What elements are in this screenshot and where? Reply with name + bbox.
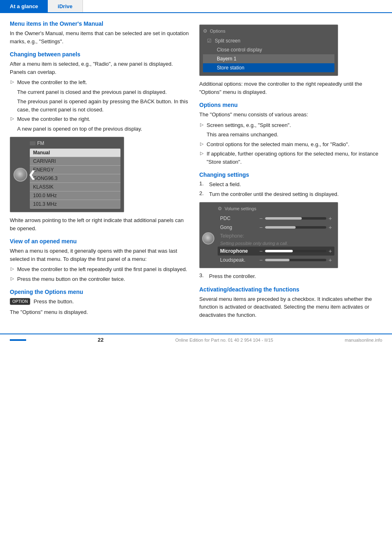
split-screen-checkbox-icon: ☑: [207, 38, 212, 44]
bullet-press-menu-button: ▷ Press the menu button on the controlle…: [11, 275, 189, 283]
step-2: 2. Turn the controller until the desired…: [199, 190, 379, 198]
heading-options-menu: Options menu: [199, 102, 379, 108]
body-options-menu-intro: The "Options" menu consists of various a…: [199, 111, 379, 119]
fm-item-energy: ENERGY: [30, 166, 120, 174]
heading-changing-panels: Changing between panels: [10, 51, 189, 58]
step-3-num: 3.: [199, 272, 206, 280]
footer-copyright-text: Online Edition for Part no. 01 40 2 954 …: [175, 338, 273, 342]
vol-bar-pdc: [265, 217, 326, 220]
volume-row-pdc: PDC − +: [218, 214, 334, 223]
body-activating: Several menu items are preceded by a che…: [199, 295, 379, 319]
fm-item-101mhz: 101.3 MHz: [30, 200, 120, 209]
section-changing-panels: Changing between panels After a menu ite…: [10, 51, 189, 133]
options-item-store-station: Store station: [203, 63, 334, 72]
vol-minus-loudspeaker: −: [259, 257, 263, 263]
options-gear-icon: ⚙: [203, 28, 207, 34]
volume-nav-controller: [202, 232, 214, 245]
vol-minus-pdc: −: [259, 215, 263, 222]
bullet-move-left: ▷ Move the controller to the left.: [11, 78, 189, 87]
white-arrow-icon: ❮: [28, 169, 36, 180]
step-3-text: Press the controller.: [209, 272, 256, 280]
bullet-screen-settings: ▷ Screen settings, e.g., "Split screen".: [200, 121, 379, 129]
bullet-arrow-4: ▷: [11, 276, 14, 283]
fm-panel-header: FM: [30, 140, 120, 146]
heading-activating: Activating/deactivating the functions: [199, 286, 379, 293]
option-button-image: OPTION: [10, 298, 30, 305]
bullet-move-left-repeatedly: ▷ Move the controller to the left repeat…: [11, 265, 189, 274]
footer-line-indicator: [10, 339, 26, 341]
vol-bar-fill-loudspeaker: [265, 259, 290, 261]
sub-current-panel-closed: The current panel is closed and the prev…: [17, 88, 189, 96]
bullet-arrow-5: ▷: [200, 122, 203, 129]
volume-panel-image: ⚙ Volume settings PDC − + Gong −: [199, 202, 379, 268]
volume-label-pdc: PDC: [220, 216, 257, 221]
vol-bar-gong: [265, 226, 326, 229]
right-column: ⚙ Options ☑ Split screen Close control d…: [199, 20, 379, 321]
volume-label-telephone: Telephone:: [220, 233, 257, 239]
bullet-text-move-right: Move the controller to the right.: [17, 115, 90, 123]
main-content: Menu items in the Owner's Manual In the …: [0, 13, 392, 325]
step-2-text: Turn the controller until the desired se…: [209, 190, 339, 198]
fm-item-klassik: KLASSIK: [30, 183, 120, 191]
section-changing-settings: Changing settings 1. Select a field. 2. …: [199, 171, 379, 198]
vol-bar-loudspeaker: [265, 259, 326, 261]
section-activating: Activating/deactivating the functions Se…: [199, 286, 379, 319]
volume-row-loudspeaker: Loudspeak. − +: [218, 256, 334, 265]
sub-area-unchanged: This area remains unchanged.: [207, 131, 379, 139]
fm-panel: FM Manual CARIVARI ENERGY GONG96.3: [10, 137, 124, 212]
option-button-row: OPTION Press the button.: [10, 298, 189, 306]
volume-label-microphone: Microphone: [220, 248, 257, 254]
fm-icon: [30, 141, 36, 145]
fm-list: Manual CARIVARI ENERGY GONG96.3 KLASSIK: [30, 149, 120, 209]
panel-note: White arrows pointing to the left or rig…: [10, 216, 189, 232]
fm-item-manual: Manual: [30, 149, 120, 157]
volume-gear-icon: ⚙: [218, 206, 222, 211]
vol-plus-pdc: +: [329, 215, 332, 222]
header-tabs: At a glance iDrive: [0, 0, 392, 13]
footer: 22 Online Edition for Part no. 01 40 2 9…: [0, 334, 392, 345]
vol-bar-microphone: [265, 250, 326, 252]
volume-panel-header: ⚙ Volume settings: [218, 206, 334, 211]
options-item-bayern1: Bayern 1: [203, 54, 334, 63]
options-item-close-display: Close control display: [203, 45, 334, 54]
vol-minus-gong: −: [259, 224, 263, 231]
volume-panel: ⚙ Volume settings PDC − + Gong −: [199, 202, 338, 268]
heading-opening-options: Opening the Options menu: [10, 289, 189, 295]
body-menu-items: In the Owner's Manual, menu items that c…: [10, 29, 189, 45]
option-press-text: Press the button.: [33, 298, 74, 306]
volume-label-gong: Gong: [220, 225, 257, 230]
vol-plus-gong: +: [329, 224, 332, 231]
heading-changing-settings: Changing settings: [199, 171, 379, 178]
options-panel-header: ⚙ Options: [203, 28, 334, 34]
volume-label-loudspeaker: Loudspeak.: [220, 257, 257, 263]
bullet-arrow-1: ▷: [11, 79, 14, 87]
bullet-text-if-applicable: If applicable, further operating options…: [207, 150, 379, 166]
bullet-text-control-options: Control options for the selected main me…: [207, 140, 350, 149]
section-options-menu: Options menu The "Options" menu consists…: [199, 102, 379, 166]
fm-panel-image: FM Manual CARIVARI ENERGY GONG96.3: [10, 137, 189, 212]
tab-idrive[interactable]: iDrive: [48, 0, 82, 12]
body-view-opened-menu: When a menu is opened, it generally open…: [10, 247, 189, 263]
bullet-text-press-menu: Press the menu button on the controller …: [17, 275, 125, 283]
bullet-text-move-left-rep: Move the controller to the left repeated…: [17, 265, 187, 274]
options-displayed-text: The "Options" menu is displayed.: [10, 308, 189, 316]
bullet-if-applicable: ▷ If applicable, further operating optio…: [200, 150, 379, 166]
section-menu-items: Menu items in the Owner's Manual In the …: [10, 20, 189, 45]
fm-label: FM: [37, 140, 44, 146]
vol-minus-microphone: −: [259, 248, 263, 254]
bullet-text-move-left: Move the controller to the left.: [17, 78, 87, 87]
fm-item-gong: GONG96.3: [30, 174, 120, 183]
section-view-opened-menu: View of an opened menu When a menu is op…: [10, 238, 189, 283]
volume-note-call: Setting possible only during a call.: [218, 240, 334, 247]
body-changing-panels-intro: After a menu item is selected, e.g., "Ra…: [10, 60, 189, 76]
bullet-arrow-6: ▷: [200, 141, 203, 149]
vol-plus-loudspeaker: +: [329, 257, 332, 263]
section-opening-options: Opening the Options menu OPTION Press th…: [10, 289, 189, 316]
step-3: 3. Press the controller.: [199, 272, 379, 280]
vol-bar-fill-pdc: [265, 217, 302, 220]
tab-at-a-glance[interactable]: At a glance: [0, 0, 48, 12]
fm-item-carivari: CARIVARI: [30, 157, 120, 166]
options-panel: ⚙ Options ☑ Split screen Close control d…: [199, 24, 338, 76]
footer-site: manualsonline.info: [345, 338, 382, 342]
volume-row-gong: Gong − +: [218, 223, 334, 232]
